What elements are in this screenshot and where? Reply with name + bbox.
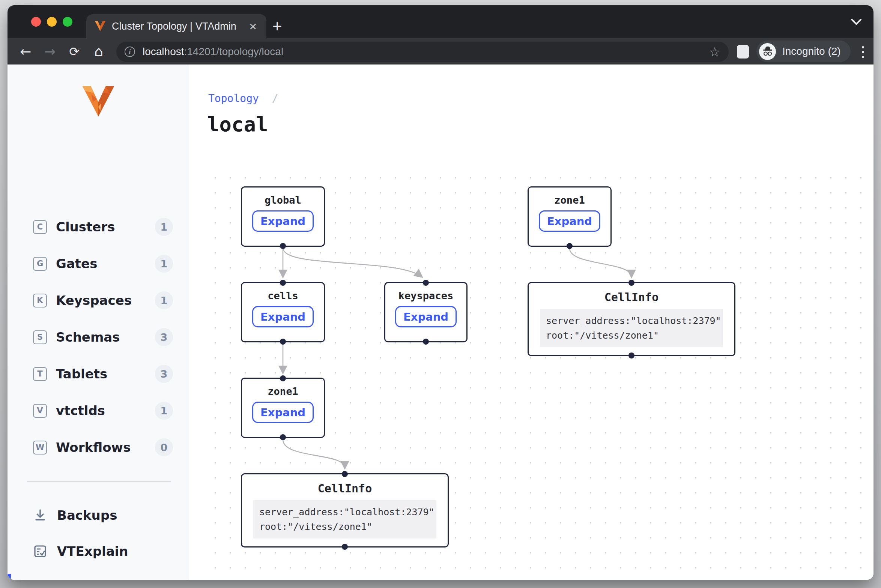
sidebar-item-label: vtctlds xyxy=(56,403,155,418)
node-cellinfo-right[interactable]: CellInfo server_address:"localhost:2379"… xyxy=(528,282,735,356)
sidebar-item-schemas[interactable]: S Schemas 3 xyxy=(8,324,189,351)
cellinfo-code: server_address:"localhost:2379" root:"/v… xyxy=(253,500,436,538)
site-info-icon[interactable]: i xyxy=(125,46,135,57)
url-text: localhost:14201/topology/local xyxy=(143,46,705,58)
expand-button[interactable]: Expand xyxy=(252,306,314,327)
node-zone1-top[interactable]: zone1 Expand xyxy=(528,186,612,247)
port-top xyxy=(342,471,348,477)
gates-icon: G xyxy=(33,257,47,271)
sidebar-item-tablets[interactable]: T Tablets 3 xyxy=(8,360,189,387)
new-tab-button[interactable]: + xyxy=(272,20,282,33)
node-title: zone1 xyxy=(529,194,610,206)
vitess-logo[interactable] xyxy=(81,86,116,118)
expand-button[interactable]: Expand xyxy=(252,210,314,232)
incognito-icon xyxy=(762,45,774,57)
cellinfo-code: server_address:"localhost:2379" root:"/v… xyxy=(540,309,723,347)
browser-window: Cluster Topology | VTAdmin × + ← → ⟳ ⌂ i… xyxy=(8,5,873,580)
keyspaces-icon: K xyxy=(33,294,47,308)
node-title: CellInfo xyxy=(529,291,734,304)
sidebar-item-gates[interactable]: G Gates 1 xyxy=(8,250,189,277)
count-badge: 1 xyxy=(155,218,173,236)
count-badge: 1 xyxy=(155,291,173,309)
node-title: cells xyxy=(242,290,324,302)
port-top xyxy=(628,280,634,286)
app-content: C Clusters 1 G Gates 1 K Keyspaces 1 S S… xyxy=(8,64,873,580)
side-panel-icon[interactable] xyxy=(737,45,749,58)
node-cellinfo-bottom[interactable]: CellInfo server_address:"localhost:2379"… xyxy=(241,473,449,548)
active-item-indicator xyxy=(8,574,11,580)
count-badge: 3 xyxy=(155,365,173,383)
node-title: global xyxy=(242,194,324,206)
incognito-avatar xyxy=(759,43,776,60)
edge-global-keyspaces xyxy=(283,248,422,277)
sidebar-item-vtctlds[interactable]: V vtctlds 1 xyxy=(8,397,189,424)
code-line: root:"/vitess/zone1" xyxy=(546,328,717,343)
sidebar-item-clusters[interactable]: C Clusters 1 xyxy=(8,213,189,240)
tab-close-icon[interactable]: × xyxy=(248,20,258,33)
tab-strip: Cluster Topology | VTAdmin × + xyxy=(8,5,873,38)
port-bottom xyxy=(280,434,286,440)
url-bar[interactable]: i localhost:14201/topology/local ☆ xyxy=(116,42,729,62)
url-path: :14201/topology/local xyxy=(184,46,284,57)
port-bottom xyxy=(628,352,634,358)
browser-tab[interactable]: Cluster Topology | VTAdmin × xyxy=(86,14,266,38)
incognito-badge[interactable]: Incognito (2) xyxy=(756,40,851,62)
tablets-icon: T xyxy=(33,367,47,381)
sidebar-item-label: Backups xyxy=(57,508,189,523)
tab-title: Cluster Topology | VTAdmin xyxy=(112,21,248,32)
node-cells[interactable]: cells Expand xyxy=(241,282,325,342)
port-bottom xyxy=(342,544,348,550)
sidebar-item-label: Gates xyxy=(56,256,155,271)
bookmark-star-icon[interactable]: ☆ xyxy=(709,44,720,59)
port-top xyxy=(280,375,286,381)
code-line: server_address:"localhost:2379" xyxy=(546,314,717,328)
node-title: keyspaces xyxy=(385,290,466,302)
chevron-down-icon[interactable] xyxy=(850,16,862,27)
zoom-window-button[interactable] xyxy=(63,17,72,27)
sidebar-item-label: Schemas xyxy=(56,330,155,345)
sidebar-item-label: Keyspaces xyxy=(56,293,155,308)
code-line: server_address:"localhost:2379" xyxy=(259,505,430,519)
home-button[interactable]: ⌂ xyxy=(89,38,108,64)
sidebar-item-topology[interactable]: Topology xyxy=(8,573,189,580)
minimize-window-button[interactable] xyxy=(47,17,57,27)
node-global[interactable]: global Expand xyxy=(241,186,325,247)
sidebar-divider xyxy=(27,481,171,482)
expand-button[interactable]: Expand xyxy=(539,210,600,232)
sidebar-item-vtexplain[interactable]: VTExplain xyxy=(8,537,189,566)
node-keyspaces[interactable]: keyspaces Expand xyxy=(384,282,468,342)
node-zone1-bottom[interactable]: zone1 Expand xyxy=(241,378,325,438)
port-bottom xyxy=(280,339,286,345)
url-host: localhost xyxy=(143,46,184,57)
node-title: CellInfo xyxy=(242,482,448,495)
count-badge: 3 xyxy=(155,328,173,346)
expand-button[interactable]: Expand xyxy=(395,306,457,327)
sidebar-item-label: Tablets xyxy=(56,366,155,381)
back-button[interactable]: ← xyxy=(16,38,35,64)
edge-zone1-cellinfo-bottom xyxy=(283,440,345,468)
close-window-button[interactable] xyxy=(31,17,41,27)
topology-main: Topology / local xyxy=(189,64,873,580)
browser-menu-icon[interactable] xyxy=(855,44,870,61)
count-badge: 1 xyxy=(155,255,173,273)
sidebar: C Clusters 1 G Gates 1 K Keyspaces 1 S S… xyxy=(8,64,189,580)
workflows-icon: W xyxy=(33,441,47,454)
sidebar-item-backups[interactable]: Backups xyxy=(8,501,189,530)
expand-button[interactable]: Expand xyxy=(252,402,314,423)
sidebar-item-keyspaces[interactable]: K Keyspaces 1 xyxy=(8,287,189,314)
port-bottom xyxy=(423,339,429,345)
sidebar-item-label: Workflows xyxy=(56,440,155,455)
incognito-label: Incognito (2) xyxy=(782,45,841,57)
screenshot-root: Cluster Topology | VTAdmin × + ← → ⟳ ⌂ i… xyxy=(0,0,881,588)
vtctlds-icon: V xyxy=(33,404,47,418)
vitess-favicon-icon xyxy=(95,21,106,32)
forward-button[interactable]: → xyxy=(40,38,60,64)
download-icon xyxy=(33,508,47,522)
reload-button[interactable]: ⟳ xyxy=(65,38,84,64)
sidebar-item-label: Clusters xyxy=(56,219,155,234)
browser-toolbar: ← → ⟳ ⌂ i localhost:14201/topology/local… xyxy=(8,38,873,64)
sidebar-item-workflows[interactable]: W Workflows 0 xyxy=(8,434,189,461)
port-bottom xyxy=(280,243,286,249)
count-badge: 1 xyxy=(155,402,173,420)
edge-zone1-cellinfo xyxy=(570,248,631,277)
